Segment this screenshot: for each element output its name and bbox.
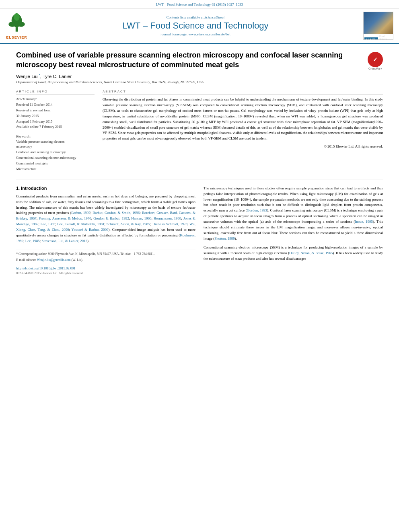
abstract-text: Observing the distribution of protein an… xyxy=(103,97,383,150)
intro-left-text: Comminuted products from mammalian and a… xyxy=(16,194,195,244)
article-info-column: ARTICLE INFO Article history: Received 1… xyxy=(16,90,95,173)
crossmark-badge-wrapper[interactable]: ✓ CrossMark xyxy=(368,52,383,70)
ref-lee1985b[interactable]: Lee, 1985 xyxy=(25,239,40,243)
received-line: Received 11 October 2014 xyxy=(16,103,95,107)
received-revised-label: Received in revised form xyxy=(16,108,95,113)
doi-link[interactable]: http://dx.doi.org/10.1016/j.lwt.2015.02.… xyxy=(16,266,75,270)
journal-citation-text: LWT – Food Science and Technology 62 (20… xyxy=(156,2,243,6)
intro-right-text-1: The microscopy techniques used in these … xyxy=(204,186,383,242)
author-names: Wenjie Liu *, Tyre C. Lanier xyxy=(16,74,72,79)
abstract-column: ABSTRACT Observing the distribution of p… xyxy=(103,90,383,173)
available-online-line: Available online 7 February 2015 xyxy=(16,125,95,129)
svg-point-3 xyxy=(17,21,25,27)
article-title: Combined use of variable pressure scanni… xyxy=(16,50,364,70)
body-right-column: The microscopy techniques used in these … xyxy=(204,186,383,275)
keywords-block: Keywords: Variable pressure scanning ele… xyxy=(16,134,95,171)
intro-right-text-2: Conventional scanning electron microscop… xyxy=(204,245,383,262)
homepage-url[interactable]: www.elsevier.com/locate/lwt xyxy=(189,32,230,36)
keyword-3: Conventional scanning electron microscop… xyxy=(16,156,95,160)
ref-gordon1993[interactable]: Gordon, 1993 xyxy=(247,208,267,212)
email-person: (W. Liu). xyxy=(71,258,83,262)
sciencedirect-label: Contents lists available at ScienceDirec… xyxy=(32,15,359,19)
keywords-label: Keywords: xyxy=(16,134,95,138)
svg-text:✓: ✓ xyxy=(373,56,378,63)
ref-lee1985[interactable]: Lee, 1985 xyxy=(41,222,55,226)
article-history-block: Article history: Received 11 October 201… xyxy=(16,97,95,129)
crossmark-label: CrossMark xyxy=(368,67,383,70)
lwt-logo-text: LWT- xyxy=(364,37,378,40)
abstract-label: ABSTRACT xyxy=(103,90,383,94)
revised-date: 30 January 2015 xyxy=(16,114,95,119)
ref-hermansson1988[interactable]: Hermansson, 1988 xyxy=(154,216,181,220)
keyword-5: Microstructure xyxy=(16,167,95,172)
body-left-column: 1. Introduction Comminuted products from… xyxy=(16,186,195,275)
email-label: E-mail address: xyxy=(16,258,37,262)
keyword-4: Comminuted meat gels xyxy=(16,161,95,166)
sciencedirect-link-text[interactable]: ScienceDirect xyxy=(204,15,224,19)
corresponding-author-note: * Corresponding author. 9000 Plymouth Av… xyxy=(16,252,195,257)
elsevier-logo: ELSEVIER xyxy=(6,12,28,39)
main-content: Combined use of variable pressure scanni… xyxy=(0,44,399,283)
ref-oatley1965[interactable]: Oatley, Nixon, & Pease, 1965 xyxy=(289,251,333,255)
keyword-2: Confocal laser scanning microscopy xyxy=(16,150,95,155)
crossmark-icon[interactable]: ✓ xyxy=(368,52,383,67)
affiliation-line: Department of Food, Bioprocessing and Nu… xyxy=(16,80,383,84)
article-info-abstract-section: ARTICLE INFO Article history: Received 1… xyxy=(16,90,383,173)
email-note: E-mail address: Wenjie.liu@genmills.com … xyxy=(16,258,195,263)
article-history-label: Article history: xyxy=(16,97,95,101)
ref-froning1970[interactable]: Froning, Aanersen, & Mebus, 1970 xyxy=(39,216,91,220)
ref-barbut1997[interactable]: Barbut, 1997 xyxy=(71,211,90,215)
ref-gordon1992[interactable]: Gordon & Barbut, 1992 xyxy=(93,216,129,220)
article-title-section: Combined use of variable pressure scanni… xyxy=(16,50,383,70)
section-divider xyxy=(16,179,383,179)
email-link[interactable]: Wenjie.liu@genmills.com xyxy=(37,258,71,262)
lwt-journal-image: LWT- Food Scienceand Technology xyxy=(363,12,393,40)
ref-theno1978[interactable]: Theno & Schmidt, 1978 xyxy=(152,222,187,226)
body-section: 1. Introduction Comminuted products from… xyxy=(16,186,383,275)
intro-section-title: 1. Introduction xyxy=(16,186,195,191)
svg-point-2 xyxy=(8,21,16,27)
journal-citation-bar: LWT – Food Science and Technology 62 (20… xyxy=(0,0,399,8)
article-info-label: ARTICLE INFO xyxy=(16,90,95,94)
footnotes-area: * Corresponding author. 9000 Plymouth Av… xyxy=(16,249,195,263)
ref-hansen1960[interactable]: Hansen, 1960 xyxy=(131,216,151,220)
svg-point-4 xyxy=(14,13,20,20)
lwt-logo-subtext: Food Scienceand Technology xyxy=(379,35,392,40)
ref-stevenson2012[interactable]: Stevenson, Liu, & Lanier, 2012 xyxy=(42,239,87,243)
journal-header: ELSEVIER Contents lists available at Sci… xyxy=(0,8,399,44)
homepage-label: journal homepage: www.elsevier.com/locat… xyxy=(32,32,359,36)
ref-inoue1995[interactable]: Inoue, 1995 xyxy=(355,220,373,224)
lwt-logo-wrapper: LWT- Food Scienceand Technology xyxy=(363,12,393,40)
keyword-1: Variable pressure scanning electronmicro… xyxy=(16,140,95,149)
ref-lee1981[interactable]: Lee, Carroll, & Abdollahi, 1981 xyxy=(57,222,104,226)
copyright-text: © 2015 Elsevier Ltd. All rights reserved… xyxy=(103,144,383,150)
ref-shotton1989[interactable]: Shotton, 1989 xyxy=(214,236,235,240)
accepted-line: Accepted 1 February 2015 xyxy=(16,119,95,124)
ref-schmidt1985[interactable]: Schmidt, Acton, & Ray, 1985 xyxy=(107,222,150,226)
authors-line: Wenjie Liu *, Tyre C. Lanier xyxy=(16,73,383,79)
issn-line: 0023-6438/© 2015 Elsevier Ltd. All right… xyxy=(16,271,195,275)
svg-rect-0 xyxy=(16,27,18,31)
ref-youssef2009[interactable]: Youssef & Barbut, 2009 xyxy=(72,228,109,232)
journal-title: LWT – Food Science and Technology xyxy=(32,21,359,31)
elsevier-brand-text: ELSEVIER xyxy=(6,35,27,39)
ref-barbut1996[interactable]: Barbut, Gordon, & Smith, 1996 xyxy=(93,211,140,215)
journal-center-info: Contents lists available at ScienceDirec… xyxy=(32,15,359,36)
doi-area: http://dx.doi.org/10.1016/j.lwt.2015.02.… xyxy=(16,266,195,270)
